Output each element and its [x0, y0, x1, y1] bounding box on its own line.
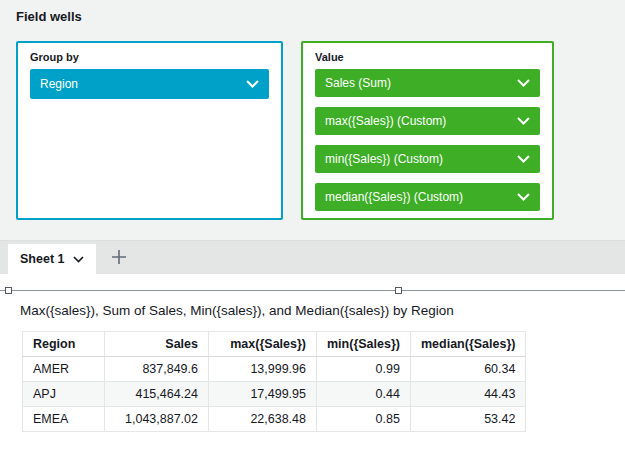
- value-well: Value Sales (Sum) max({Sales}) (Custom) …: [301, 41, 554, 220]
- plus-icon: [111, 249, 127, 269]
- field-pill-max-sales[interactable]: max({Sales}) (Custom): [315, 107, 540, 135]
- cell-region: EMEA: [23, 407, 105, 432]
- table-visual: Region Sales max({Sales}) min({Sales}) m…: [22, 331, 526, 432]
- cell-min-sales: 0.44: [317, 382, 411, 407]
- table-row: AMER 837,849.6 13,999.96 0.99 60.34: [23, 357, 526, 382]
- field-pill-label: min({Sales}) (Custom): [325, 152, 443, 166]
- add-sheet-button[interactable]: [104, 244, 134, 274]
- cell-min-sales: 0.99: [317, 357, 411, 382]
- cell-region: APJ: [23, 382, 105, 407]
- chevron-down-icon: [517, 193, 530, 201]
- sheet-tab-bar: Sheet 1: [0, 240, 625, 274]
- chevron-down-icon: [73, 256, 84, 263]
- resize-handle[interactable]: [5, 287, 12, 294]
- column-header-region[interactable]: Region: [23, 332, 105, 357]
- table-row: EMEA 1,043,887.02 22,638.48 0.85 53.42: [23, 407, 526, 432]
- group-by-well: Group by Region: [16, 41, 283, 220]
- table-header-row: Region Sales max({Sales}) min({Sales}) m…: [23, 332, 526, 357]
- column-header-median-sales[interactable]: median({Sales}): [410, 332, 525, 357]
- sheet-canvas: Max({sales}), Sum of Sales, Min({sales})…: [0, 274, 625, 474]
- cell-sales: 415,464.24: [105, 382, 209, 407]
- table-row: APJ 415,464.24 17,499.95 0.44 44.43: [23, 382, 526, 407]
- cell-sales: 837,849.6: [105, 357, 209, 382]
- field-wells-panel: Field wells Group by Region Value Sales …: [0, 0, 625, 240]
- field-pill-label: Region: [40, 77, 78, 91]
- visual-selection-border: [0, 290, 625, 291]
- visual-title: Max({sales}), Sum of Sales, Min({sales})…: [20, 303, 454, 318]
- chevron-down-icon: [517, 117, 530, 125]
- cell-max-sales: 17,499.95: [209, 382, 317, 407]
- cell-median-sales: 44.43: [410, 382, 525, 407]
- cell-region: AMER: [23, 357, 105, 382]
- cell-median-sales: 53.42: [410, 407, 525, 432]
- value-pill-stack: Sales (Sum) max({Sales}) (Custom) min({S…: [315, 69, 540, 211]
- cell-max-sales: 22,638.48: [209, 407, 317, 432]
- value-label: Value: [315, 51, 540, 63]
- resize-handle[interactable]: [395, 287, 402, 294]
- tab-sheet-1[interactable]: Sheet 1: [8, 244, 96, 274]
- field-pill-min-sales[interactable]: min({Sales}) (Custom): [315, 145, 540, 173]
- column-header-max-sales[interactable]: max({Sales}): [209, 332, 317, 357]
- field-pill-label: Sales (Sum): [325, 76, 391, 90]
- chevron-down-icon: [246, 80, 259, 88]
- field-pill-median-sales[interactable]: median({Sales}) (Custom): [315, 183, 540, 211]
- chevron-down-icon: [517, 79, 530, 87]
- field-pill-label: max({Sales}) (Custom): [325, 114, 446, 128]
- column-header-min-sales[interactable]: min({Sales}): [317, 332, 411, 357]
- cell-max-sales: 13,999.96: [209, 357, 317, 382]
- field-pill-sales-sum[interactable]: Sales (Sum): [315, 69, 540, 97]
- field-pill-label: median({Sales}) (Custom): [325, 190, 463, 204]
- column-header-sales[interactable]: Sales: [105, 332, 209, 357]
- sheet-tab-label: Sheet 1: [20, 252, 64, 266]
- chevron-down-icon: [517, 155, 530, 163]
- cell-min-sales: 0.85: [317, 407, 411, 432]
- cell-sales: 1,043,887.02: [105, 407, 209, 432]
- group-by-label: Group by: [30, 51, 269, 63]
- cell-median-sales: 60.34: [410, 357, 525, 382]
- field-wells-title: Field wells: [16, 9, 82, 24]
- field-pill-region[interactable]: Region: [30, 69, 269, 99]
